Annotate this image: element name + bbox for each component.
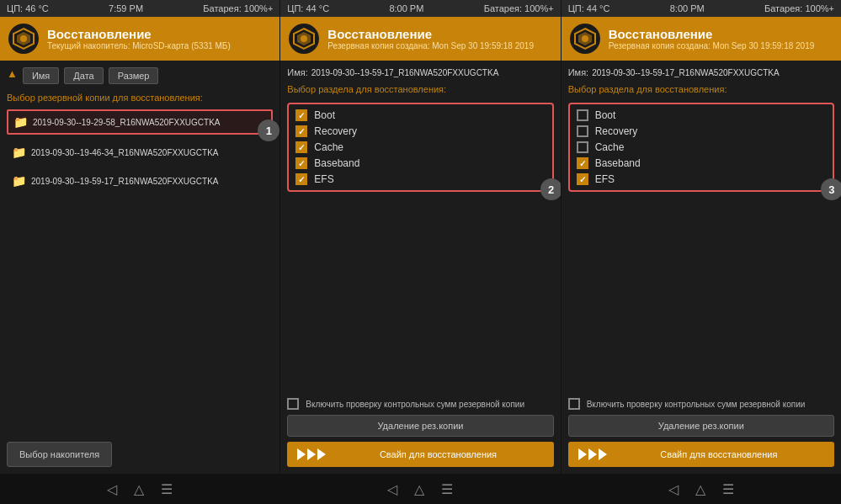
menu-icon-1[interactable]: ☰ bbox=[161, 481, 173, 497]
partition-efs-2[interactable]: EFS bbox=[295, 173, 545, 185]
sort-size-btn[interactable]: Размер bbox=[109, 67, 159, 84]
sort-date-btn[interactable]: Дата bbox=[64, 67, 103, 84]
title-text-1: Восстановление Текущий накопитель: Micro… bbox=[47, 27, 231, 50]
step-badge-1: 1 bbox=[258, 119, 279, 141]
menu-icon-3[interactable]: ☰ bbox=[722, 481, 734, 497]
app-icon-3 bbox=[570, 24, 600, 54]
delete-btn-2[interactable]: Удаление рез.копии bbox=[287, 415, 553, 437]
home-icon-1[interactable]: △ bbox=[134, 481, 144, 497]
battery-3: Батарея: 100%+ bbox=[764, 3, 834, 13]
swipe-btn-2[interactable]: Свайп для восстановления bbox=[287, 442, 553, 467]
checkbox-baseband-2[interactable] bbox=[295, 157, 307, 169]
arrow3-2 bbox=[317, 448, 326, 460]
checkbox-recovery-3[interactable] bbox=[577, 125, 588, 137]
app-title-2: Восстановление bbox=[327, 27, 534, 41]
cpu-status-2: ЦП: 44 °C bbox=[287, 3, 329, 13]
checkbox-baseband-3[interactable] bbox=[577, 157, 588, 169]
checkbox-efs-3[interactable] bbox=[577, 173, 588, 185]
partition-box-wrapper-3: Boot Recovery Cache Baseba bbox=[568, 103, 834, 192]
sort-name-btn[interactable]: Имя bbox=[23, 67, 59, 84]
backup-name-value-2: 2019-09-30--19-59-17_R16NWA520FXXUGCTKA bbox=[311, 68, 499, 77]
checksum-checkbox-2[interactable] bbox=[287, 398, 299, 410]
content-3: Имя: 2019-09-30--19-59-17_R16NWA520FXXUG… bbox=[562, 61, 841, 474]
partition-label-2: Выбор раздела для восстановления: bbox=[287, 84, 553, 94]
backup-name-value-3: 2019-09-30--19-59-17_R16NWA520FXXUGCTKA bbox=[592, 68, 780, 77]
swipe-btn-3[interactable]: Свайп для восстановления bbox=[568, 442, 834, 467]
backup-name-1-0: 2019-09-30--19-29-58_R16NWA520FXXUGCTKA bbox=[33, 118, 221, 127]
nav-bar-2: ◁ △ ☰ bbox=[280, 474, 560, 504]
arrow1-3 bbox=[578, 448, 587, 460]
checkbox-recovery-2[interactable] bbox=[295, 125, 307, 137]
home-icon-3[interactable]: △ bbox=[695, 481, 705, 497]
back-icon-2[interactable]: ◁ bbox=[387, 481, 397, 497]
screen-2: ЦП: 44 °C 8:00 PM Батарея: 100%+ Восстан… bbox=[280, 0, 561, 504]
content-2: Имя: 2019-09-30--19-59-17_R16NWA520FXXUG… bbox=[280, 61, 560, 474]
partition-boot-label-3: Boot bbox=[595, 109, 616, 121]
checkbox-boot-3[interactable] bbox=[577, 109, 588, 121]
swipe-arrows-2 bbox=[297, 448, 326, 460]
app-icon-1 bbox=[8, 24, 39, 54]
nav-section-1: ◁ △ ☰ bbox=[0, 474, 279, 504]
partition-baseband-label-2: Baseband bbox=[314, 157, 359, 169]
nav-bar-1: ◁ △ ☰ bbox=[0, 474, 279, 504]
nav-bar-3: ◁ △ ☰ bbox=[562, 474, 841, 504]
folder-icon-2: 📁 bbox=[12, 146, 26, 159]
checkbox-efs-2[interactable] bbox=[295, 173, 307, 185]
partition-cache-2[interactable]: Cache bbox=[295, 141, 545, 153]
partition-boot-3[interactable]: Boot bbox=[577, 109, 826, 121]
status-bar-3: ЦП: 44 °C 8:00 PM Батарея: 100%+ bbox=[562, 0, 841, 17]
partition-recovery-2[interactable]: Recovery bbox=[295, 125, 545, 137]
backup-section-label-1: Выбор резервной копии для восстановления… bbox=[7, 93, 273, 103]
backup-name-label-2: Имя: bbox=[287, 67, 307, 77]
title-bar-3: Восстановление Резервная копия создана: … bbox=[562, 17, 841, 61]
checkbox-cache-2[interactable] bbox=[295, 141, 307, 153]
time-2: 8:00 PM bbox=[389, 3, 423, 13]
arrow3-3 bbox=[599, 448, 607, 460]
partition-boot-label-2: Boot bbox=[314, 109, 335, 121]
checksum-row-2: Включить проверку контрольных сумм резер… bbox=[287, 398, 553, 410]
partition-baseband-2[interactable]: Baseband bbox=[295, 157, 545, 169]
title-text-3: Восстановление Резервная копия создана: … bbox=[609, 27, 815, 50]
svg-point-3 bbox=[301, 35, 307, 42]
content-1: ▲ Имя Дата Размер Выбор резервной копии … bbox=[0, 61, 279, 474]
arrow2-2 bbox=[307, 448, 316, 460]
menu-icon-2[interactable]: ☰ bbox=[441, 481, 453, 497]
app-subtitle-2: Резервная копия создана: Mon Sep 30 19:5… bbox=[327, 41, 534, 50]
back-icon-1[interactable]: ◁ bbox=[107, 481, 117, 497]
partition-recovery-label-3: Recovery bbox=[595, 125, 638, 137]
backup-name-section-2: Имя: 2019-09-30--19-59-17_R16NWA520FXXUG… bbox=[287, 67, 553, 77]
back-icon-3[interactable]: ◁ bbox=[668, 481, 679, 497]
partition-baseband-label-3: Baseband bbox=[595, 157, 641, 169]
storage-btn-1[interactable]: Выбор накопителя bbox=[7, 442, 112, 467]
partition-cache-3[interactable]: Cache bbox=[577, 141, 826, 153]
partition-boot-2[interactable]: Boot bbox=[295, 109, 545, 121]
partition-baseband-3[interactable]: Baseband bbox=[577, 157, 826, 169]
app-subtitle-3: Резервная копия создана: Mon Sep 30 19:5… bbox=[609, 41, 815, 50]
backup-item-1-1[interactable]: 📁 2019-09-30--19-46-34_R16NWA520FXXUGCTK… bbox=[7, 141, 273, 163]
partition-recovery-label-2: Recovery bbox=[314, 125, 357, 137]
partition-efs-label-3: EFS bbox=[595, 173, 615, 185]
backup-item-1-selected[interactable]: 📁 2019-09-30--19-29-58_R16NWA520FXXUGCTK… bbox=[7, 109, 273, 135]
backup-name-label-3: Имя: bbox=[568, 67, 588, 77]
arrow2-3 bbox=[588, 448, 597, 460]
home-icon-2[interactable]: △ bbox=[414, 481, 424, 497]
checksum-checkbox-3[interactable] bbox=[568, 398, 580, 410]
time-1: 7:59 PM bbox=[109, 3, 143, 13]
partition-recovery-3[interactable]: Recovery bbox=[577, 125, 826, 137]
bottom-controls-3: Включить проверку контрольных сумм резер… bbox=[568, 398, 834, 467]
partition-efs-3[interactable]: EFS bbox=[577, 173, 826, 185]
checkbox-cache-3[interactable] bbox=[577, 141, 588, 153]
battery-2: Батарея: 100%+ bbox=[484, 3, 554, 13]
nav-section-2: ◁ △ ☰ bbox=[280, 474, 560, 504]
folder-icon-3: 📁 bbox=[12, 174, 26, 188]
swipe-label-2: Свайп для восстановления bbox=[333, 449, 543, 459]
backup-name-1-2: 2019-09-30--19-59-17_R16NWA520FXXUGCTKA bbox=[31, 177, 219, 186]
title-text-2: Восстановление Резервная копия создана: … bbox=[327, 27, 534, 50]
status-bar-2: ЦП: 44 °C 8:00 PM Батарея: 100%+ bbox=[280, 0, 560, 17]
sort-icon: ▲ bbox=[7, 67, 18, 84]
bottom-controls-2: Включить проверку контрольных сумм резер… bbox=[287, 398, 553, 467]
delete-btn-3[interactable]: Удаление рез.копии bbox=[568, 415, 834, 437]
checkbox-boot-2[interactable] bbox=[295, 109, 307, 121]
backup-item-1-2[interactable]: 📁 2019-09-30--19-59-17_R16NWA520FXXUGCTK… bbox=[7, 170, 273, 192]
partition-box-2: Boot Recovery Cache Baseba bbox=[287, 103, 553, 192]
